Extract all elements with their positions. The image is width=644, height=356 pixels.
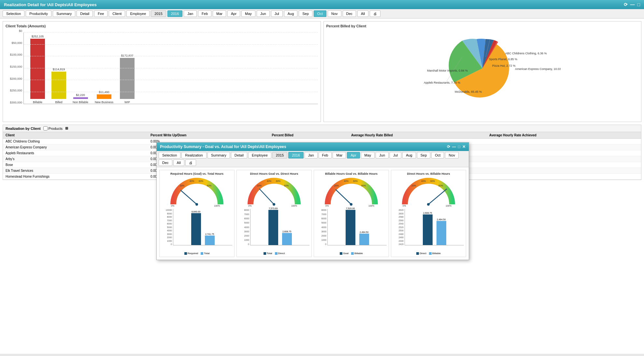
svg-text:60%: 60% [199,180,203,182]
btn-jun[interactable]: Jun [257,10,270,17]
label-sports: Sports Planet, 6.85 % [489,58,517,61]
table-header-row: Client Percent Write Up/Down Percent Bil… [3,132,641,139]
products-checkbox-label[interactable]: Products [43,126,63,130]
minimize-icon[interactable]: — [630,2,635,7]
label-appleb: Appleb Restaurants, 7.76 % [424,81,460,84]
bar-chart-container: $300,000 $250,000 $200,000 $150,000 $100… [6,29,318,114]
modal-btn-detail[interactable]: Detail [231,152,247,158]
btn-aug[interactable]: Aug [284,10,298,17]
app-title: Realization Detail for \All Depts\All Em… [4,2,97,7]
percent-billed-panel: Percent Billed by Client [323,21,642,122]
btn-selection[interactable]: Selection [3,10,24,17]
modal-btn-all[interactable]: All [173,159,184,166]
modal-btn-sep[interactable]: Sep [417,152,431,158]
modal-minimize-icon[interactable]: — [452,144,456,149]
gauge-svg-1: 0% 100% 20% 80% 40% 60% [168,177,225,208]
btn-client[interactable]: Client [109,10,125,17]
modal-btn-jan[interactable]: Jan [305,152,318,158]
svg-text:80%: 80% [361,185,366,187]
svg-text:40%: 40% [190,180,194,182]
btn-all[interactable]: All [357,10,368,17]
modal-btn-summary[interactable]: Summary [208,152,230,158]
svg-point-17 [273,203,275,206]
gauge-svg-3: 0% 100% 20% 80% 40% 60% [323,177,380,208]
svg-text:40%: 40% [267,180,271,182]
btn-year-2016[interactable]: 2016 [167,10,182,17]
col-percent-billed: Percent Billed [269,132,349,139]
percent-billed-title: Percent Billed by Client [326,24,639,28]
btn-may[interactable]: May [241,10,255,17]
btn-dec[interactable]: Dec [343,10,356,17]
y-axis: $300,000 $250,000 $200,000 $150,000 $100… [6,29,23,104]
bar-wip: $172,837 WIP [120,54,135,104]
svg-text:20%: 20% [334,185,339,187]
modal-btn-2016[interactable]: 2016 [288,152,303,158]
modal-btn-jun[interactable]: Jun [376,152,389,158]
bar-billable-rect [30,39,45,99]
btn-year-2015[interactable]: 2015 [151,10,166,17]
modal-sections-row: Required Hours (Goal) vs. Total Hours [157,167,469,260]
legend-2: Total Direct [239,252,309,255]
modal-toolbar: Selection Realization Summary Detail Emp… [157,151,469,167]
mini-bar-3: 0 1000 2000 3000 4000 5000 6000 7000 800… [316,209,387,251]
btn-jan[interactable]: Jan [184,10,197,17]
bar-chart-area: $252,105 Billable $114,819 Billed $2,220 [23,33,318,104]
modal-btn-dec[interactable]: Dec [159,159,172,166]
modal-btn-2015[interactable]: 2015 [272,152,287,158]
modal-btn-mar[interactable]: Mar [333,152,346,158]
btn-feb[interactable]: Feb [198,10,211,17]
window-controls[interactable]: ⟳ — □ [624,2,640,7]
products-checkbox[interactable] [43,126,48,130]
col-avg-achieved: Average Hourly Rate Achieved [487,132,641,139]
svg-text:40%: 40% [344,180,349,182]
modal-btn-may[interactable]: May [361,152,375,158]
bar-billable: $252,105 Billable [30,35,45,104]
modal-close-icon[interactable]: ✕ [462,144,465,149]
btn-sep[interactable]: Sep [299,10,312,17]
legend-3: Goal Billable [316,252,387,255]
btn-print[interactable]: 🖨 [370,10,380,17]
client-name: American Express Company [3,144,148,150]
modal-btn-realization[interactable]: Realization [181,152,206,158]
btn-productivity[interactable]: Productivity [26,10,51,17]
btn-apr[interactable]: Apr [227,10,240,17]
svg-text:100%: 100% [368,205,374,207]
bar-total-2: 7,573.69 [268,207,278,245]
section-required-hours: Required Hours (Goal) vs. Total Hours [159,170,235,257]
btn-nov[interactable]: Nov [328,10,341,17]
svg-text:60%: 60% [353,180,358,182]
modal-btn-oct[interactable]: Oct [431,152,444,158]
modal-btn-aug[interactable]: Aug [402,152,416,158]
bar-billable-3: 2,494.50 [359,231,369,245]
col-avg-billed: Average Hourly Rate Billed [349,132,487,139]
modal-btn-print[interactable]: 🖨 [185,159,196,166]
section-direct-vs-billable: Direct Hours vs. Billable Hours [391,170,466,257]
modal-btn-employee[interactable]: Employee [248,152,271,158]
btn-fee[interactable]: Fee [94,10,107,17]
btn-mar[interactable]: Mar [213,10,226,17]
svg-text:40%: 40% [421,180,426,182]
btn-jul[interactable]: Jul [271,10,283,17]
modal-controls[interactable]: ⟳ — □ ✕ [447,144,465,149]
btn-summary[interactable]: Summary [53,10,75,17]
modal-btn-feb[interactable]: Feb [319,152,332,158]
svg-text:60%: 60% [430,180,435,182]
svg-line-8 [181,190,197,204]
modal-btn-apr[interactable]: Apr [347,152,360,158]
title-bar: Realization Detail for \All Depts\All Em… [0,0,644,9]
btn-detail[interactable]: Detail [77,10,93,17]
grid-icon[interactable]: ⊞ [65,126,68,130]
client-name: Arby's [3,156,148,162]
bar-billable-4: 2,494.50 [436,218,446,245]
client-name: ABC Childrens Clothing [3,139,148,144]
maximize-icon[interactable]: □ [637,2,640,7]
modal-refresh-icon[interactable]: ⟳ [447,144,450,149]
modal-btn-jul[interactable]: Jul [390,152,401,158]
btn-employee[interactable]: Employee [126,10,150,17]
modal-btn-selection[interactable]: Selection [159,152,180,158]
modal-maximize-icon[interactable]: □ [458,144,460,149]
btn-oct[interactable]: Oct [314,10,326,17]
modal-btn-nov[interactable]: Nov [445,152,459,158]
gauge-container-2: 0% 100% 20% 80% 40% 60% [239,177,309,208]
refresh-icon[interactable]: ⟳ [624,2,628,7]
